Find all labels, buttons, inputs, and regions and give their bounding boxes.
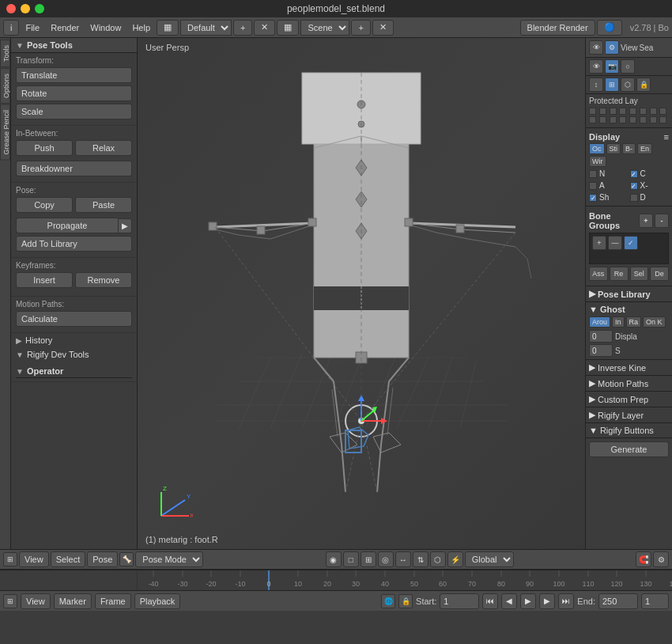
bone-list-plus[interactable]: + [592,236,606,250]
layer-14[interactable] [640,116,647,123]
layer-3[interactable] [610,108,617,115]
close-scene-btn[interactable]: ✕ [372,20,394,36]
x-checkbox[interactable] [630,182,638,190]
maximize-button[interactable] [35,4,44,13]
options-tab[interactable]: Options [0,68,10,104]
prev-frame-btn[interactable]: ◀ [501,593,517,609]
lock-icon[interactable]: 🔒 [398,594,413,608]
add-scene-btn[interactable]: + [351,20,370,36]
en-btn[interactable]: En [637,143,652,154]
playback-btn[interactable]: Playback [134,593,181,609]
search-label[interactable]: Sea [640,44,654,52]
rigify-dev-section[interactable]: ▼ Rigify Dev Tools [11,347,137,362]
window-menu[interactable]: Window [85,21,126,34]
add-layout-btn[interactable]: + [233,20,252,36]
custom-prep-link[interactable]: ▶ Custom Prep [586,392,672,407]
history-section[interactable]: ▶ History [11,333,137,347]
layer-2[interactable] [599,108,606,115]
viewport-tb-3[interactable]: ⊞ [361,551,376,567]
help-menu[interactable]: Help [127,21,155,34]
global-icon[interactable]: 🌐 [381,594,395,608]
settings-icon[interactable]: ⚙ [653,551,669,567]
n-checkbox[interactable] [589,170,597,178]
nav-icon-2[interactable]: ⊞ [605,78,619,92]
wir-btn[interactable]: Wir [589,156,606,167]
collapse-arrow[interactable]: ▼ [16,41,24,50]
snap-icon[interactable]: 🧲 [636,551,651,567]
bone-list-minus[interactable]: — [608,236,622,250]
sh-checkbox[interactable] [589,194,597,202]
pose-btn[interactable]: Pose [87,551,118,567]
rigify-buttons-link[interactable]: ▼ Rigify Buttons [586,423,672,438]
global-select[interactable]: Global [465,551,514,567]
layer-13[interactable] [629,116,636,123]
outline-icon[interactable]: ○ [621,59,635,74]
current-frame-input[interactable] [641,593,669,609]
nav-icon-1[interactable]: ↕ [589,78,603,92]
operator-arrow[interactable]: ▼ [16,367,24,376]
end-frame-input[interactable] [598,593,638,609]
pose-library-header[interactable]: ▶ Pose Library [589,289,669,299]
bottom-view-btn[interactable]: View [21,593,51,609]
display-header[interactable]: Display ≡ [589,131,669,143]
view-btn[interactable]: View [19,551,49,567]
close-layout-btn[interactable]: ✕ [254,20,275,36]
rotate-button[interactable]: Rotate [16,85,132,101]
viewport-tb-6[interactable]: ⇅ [413,551,428,567]
view-label[interactable]: View [621,44,638,52]
translate-button[interactable]: Translate [16,67,132,83]
layout-select[interactable]: Default [180,20,232,36]
calculate-button[interactable]: Calculate [16,311,132,327]
layer-11[interactable] [610,116,617,123]
info-button[interactable]: i [3,20,19,36]
scene-icon[interactable]: ▦ [277,20,299,36]
viewport-tb-1[interactable]: ◉ [326,551,342,567]
bottom-icon[interactable]: ⊞ [3,594,17,608]
scene-select[interactable]: Scene [300,20,349,36]
viewport-tb-4[interactable]: ◎ [378,551,394,567]
add-to-library-button[interactable]: Add To Library [16,236,132,252]
ra-btn[interactable]: Ra [626,316,642,328]
window-controls[interactable] [6,4,44,13]
render-engine-selector[interactable]: Blender Render [520,20,595,36]
onk-btn[interactable]: On K [643,316,666,328]
relax-button[interactable]: Relax [75,140,132,156]
insert-button[interactable]: Insert [16,272,73,288]
next-frame-btn[interactable]: ▶ [539,593,555,609]
b-btn[interactable]: B- [622,143,636,154]
sel-btn[interactable]: Sel [630,267,649,281]
render-settings-icon[interactable]: ⚙ [605,40,619,55]
de-btn[interactable]: De [650,267,669,281]
render-menu[interactable]: Render [46,21,84,34]
in-btn[interactable]: In [612,316,625,328]
generate-button[interactable]: Generate [589,441,669,457]
viewport-tb-8[interactable]: ⚡ [447,551,463,567]
bone-list-check[interactable]: ✓ [624,236,638,250]
breakdowner-button[interactable]: Breakdowner [16,161,132,176]
nav-icon-3[interactable]: ⬡ [621,78,635,92]
render-icon[interactable]: 📷 [605,59,619,74]
timeline-ruler[interactable]: -40 -30 -20 -10 0 10 20 30 40 50 60 70 8… [138,570,672,590]
view-icon[interactable]: 👁 [589,40,603,55]
minimize-button[interactable] [21,4,30,13]
remove-bone-group-btn[interactable]: - [655,214,669,228]
propagate-arrow-button[interactable]: ▶ [118,218,132,233]
play-btn[interactable]: ▶ [520,593,536,609]
pose-mode-icon[interactable]: 🦴 [119,552,134,566]
layer-7[interactable] [650,108,657,115]
paste-button[interactable]: Paste [75,197,132,213]
re-btn[interactable]: Re [610,267,629,281]
marker-btn[interactable]: Marker [54,593,92,609]
layer-8[interactable] [659,108,666,115]
grease-pencil-tab[interactable]: Grease Pencil [0,104,10,161]
tools-tab[interactable]: Tools [0,40,10,67]
close-button[interactable] [6,4,16,13]
layer-16[interactable] [659,116,666,123]
add-bone-group-btn[interactable]: + [639,214,653,228]
layer-15[interactable] [650,116,657,123]
layout-icon[interactable]: ▦ [157,20,179,36]
layer-10[interactable] [599,116,606,123]
viewport-canvas[interactable]: User Persp [138,38,585,549]
layer-12[interactable] [619,116,626,123]
prev-keyframe-btn[interactable]: ⏮ [482,593,498,609]
